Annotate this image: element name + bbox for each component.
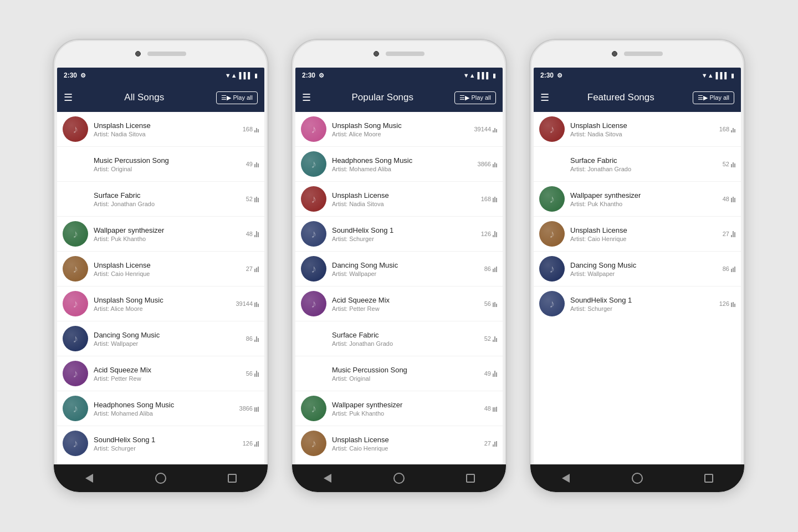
menu-icon[interactable]: ☰ — [302, 93, 311, 103]
phone-wrapper-featured-songs: 2:30 ⚙ ▼▲ ▌▌▌ ▮ ☰ Featured Songs — [529, 39, 745, 493]
song-info: Headphones Song Music Artist: Mohamed Al… — [94, 401, 234, 417]
list-item[interactable]: ♪ Unsplash License Artist: Caio Henrique… — [295, 426, 503, 461]
nav-recent-button[interactable] — [703, 472, 715, 484]
back-icon — [562, 474, 570, 483]
song-title: Unsplash License — [94, 261, 241, 269]
nav-home-button[interactable] — [393, 472, 405, 484]
list-item[interactable]: ♪ Wallpaper synthesizer Artist: Puk Khan… — [57, 217, 264, 252]
nav-recent-button[interactable] — [464, 472, 477, 484]
list-item[interactable]: ♪ Unsplash Song Music Artist: Alice Moor… — [295, 112, 503, 147]
status-icons: ▼▲ ▌▌▌ ▮ — [225, 72, 258, 79]
song-artist: Artist: Puk Khantho — [94, 236, 241, 242]
song-info: Headphones Song Music Artist: Mohamed Al… — [332, 156, 472, 172]
song-list: ♪ Unsplash License Artist: Nadia Sitova … — [534, 112, 741, 464]
song-plays: 27 — [246, 265, 259, 272]
song-artist: Artist: Jonathan Grado — [94, 201, 241, 207]
song-plays: 48 — [723, 196, 735, 202]
song-title: Acid Squeeze Mix — [94, 366, 241, 374]
song-info: Acid Squeeze Mix Artist: Petter Rew — [94, 366, 241, 382]
song-artist: Artist: Schurger — [332, 236, 475, 242]
list-item[interactable]: ♪ Dancing Song Music Artist: Wallpaper 8… — [534, 252, 741, 287]
list-item[interactable]: ♪ Unsplash License Artist: Caio Henrique… — [534, 217, 741, 252]
song-artist: Artist: Jonathan Grado — [332, 340, 479, 347]
phone-top-hardware — [292, 40, 506, 68]
nav-back-button[interactable] — [83, 472, 95, 484]
list-item[interactable]: ♪ Unsplash Song Music Artist: Alice Moor… — [57, 287, 264, 321]
list-item[interactable]: ♪ Unsplash License Artist: Nadia Sitova … — [295, 182, 503, 217]
phone-top-hardware — [54, 40, 268, 68]
play-all-label: Play all — [472, 94, 491, 101]
song-title: Dancing Song Music — [570, 261, 717, 269]
list-item[interactable]: ♪ Unsplash License Artist: Nadia Sitova … — [57, 112, 264, 147]
status-time-area: 2:30 ⚙ — [540, 71, 562, 79]
list-item[interactable]: ♪ SoundHelix Song 1 Artist: Schurger 126 — [57, 426, 264, 461]
list-item[interactable]: ♪ Dancing Song Music Artist: Wallpaper 8… — [57, 321, 264, 356]
list-item[interactable]: ♪ Surface Fabric Artist: Jonathan Grado … — [295, 321, 503, 356]
list-item[interactable]: ♪ Wallpaper synthesizer Artist: Puk Khan… — [534, 182, 741, 217]
home-icon — [393, 473, 405, 484]
list-item[interactable]: ♪ Music Percussion Song Artist: Original… — [295, 356, 503, 391]
song-title: Wallpaper synthesizer — [570, 191, 717, 200]
song-plays: 52 — [484, 335, 497, 342]
play-all-button[interactable]: ☰▶ Play all — [693, 91, 734, 104]
play-all-button[interactable]: ☰▶ Play all — [454, 91, 496, 104]
song-title: Surface Fabric — [94, 191, 241, 200]
song-artist: Artist: Wallpaper — [570, 270, 717, 277]
camera — [135, 51, 141, 57]
nav-home-button[interactable] — [631, 472, 643, 484]
song-info: Music Percussion Song Artist: Original — [94, 156, 241, 172]
nav-back-button[interactable] — [560, 472, 572, 484]
phone-top-hardware — [530, 40, 744, 68]
list-item[interactable]: ♪ Surface Fabric Artist: Jonathan Grado … — [57, 182, 264, 217]
song-info: Acid Squeeze Mix Artist: Petter Rew — [332, 296, 479, 312]
list-item[interactable]: ♪ Headphones Song Music Artist: Mohamed … — [57, 391, 264, 426]
recent-icon — [466, 474, 475, 483]
list-item[interactable]: ♪ SoundHelix Song 1 Artist: Schurger 126 — [534, 287, 741, 321]
song-plays: 168 — [719, 126, 735, 132]
play-all-button[interactable]: ☰▶ Play all — [216, 91, 258, 104]
song-info: Unsplash License Artist: Nadia Sitova — [94, 121, 237, 137]
play-all-label: Play all — [710, 94, 729, 101]
nav-home-button[interactable] — [155, 472, 167, 484]
nav-recent-button[interactable] — [226, 472, 238, 484]
phone-nav-bar — [54, 464, 268, 492]
song-title: SoundHelix Song 1 — [570, 296, 714, 304]
page-title: All Songs — [73, 92, 216, 103]
song-artist: Artist: Caio Henrique — [570, 236, 717, 242]
menu-icon[interactable]: ☰ — [64, 93, 73, 103]
phone-screen: 2:30 ⚙ ▼▲ ▌▌▌ ▮ ☰ Featured Songs — [534, 68, 741, 464]
home-icon — [155, 473, 166, 484]
menu-icon[interactable]: ☰ — [540, 93, 549, 103]
battery-icon: ▮ — [731, 72, 734, 79]
list-item[interactable]: ♪ Acid Squeeze Mix Artist: Petter Rew 56 — [57, 356, 264, 391]
list-item[interactable]: ♪ Surface Fabric Artist: Jonathan Grado … — [534, 147, 741, 182]
list-item[interactable]: ♪ Wallpaper synthesizer Artist: Puk Khan… — [295, 391, 503, 426]
list-item[interactable]: ♪ Dancing Song Music Artist: Wallpaper 8… — [295, 252, 503, 287]
song-artist: Artist: Jonathan Grado — [570, 166, 717, 172]
list-item[interactable]: ♪ Music Percussion Song Artist: Original… — [57, 147, 264, 182]
song-plays: 86 — [723, 265, 735, 272]
song-artist: Artist: Caio Henrique — [332, 445, 479, 452]
song-plays: 168 — [481, 196, 497, 202]
status-bar: 2:30 ⚙ ▼▲ ▌▌▌ ▮ — [295, 68, 503, 83]
song-artist: Artist: Schurger — [94, 445, 237, 452]
nav-back-button[interactable] — [321, 472, 334, 484]
app-header: ☰ All Songs ☰▶ Play all — [57, 83, 264, 112]
camera — [374, 51, 379, 57]
list-item[interactable]: ♪ SoundHelix Song 1 Artist: Schurger 126 — [295, 217, 503, 252]
list-item[interactable]: ♪ Unsplash License Artist: Nadia Sitova … — [534, 112, 741, 147]
list-item[interactable]: ♪ Unsplash License Artist: Caio Henrique… — [57, 252, 264, 287]
list-item[interactable]: ♪ Acid Squeeze Mix Artist: Petter Rew 56 — [295, 287, 503, 321]
song-info: Wallpaper synthesizer Artist: Puk Khanth… — [332, 401, 479, 417]
song-title: Unsplash License — [94, 121, 237, 130]
song-title: Wallpaper synthesizer — [94, 226, 241, 234]
song-plays: 39144 — [236, 300, 259, 307]
status-time: 2:30 — [64, 71, 77, 79]
song-plays: 49 — [484, 370, 497, 377]
status-time-area: 2:30 ⚙ — [64, 71, 86, 79]
list-item[interactable]: ♪ Headphones Song Music Artist: Mohamed … — [295, 147, 503, 182]
phone-popular-songs: 2:30 ⚙ ▼▲ ▌▌▌ ▮ ☰ Popular Songs — [291, 39, 507, 493]
status-time: 2:30 — [302, 71, 315, 79]
page-title: Popular Songs — [311, 92, 454, 103]
phone-wrapper-all-songs: 2:30 ⚙ ▼▲ ▌▌▌ ▮ ☰ All Songs ☰▶ — [53, 39, 269, 493]
